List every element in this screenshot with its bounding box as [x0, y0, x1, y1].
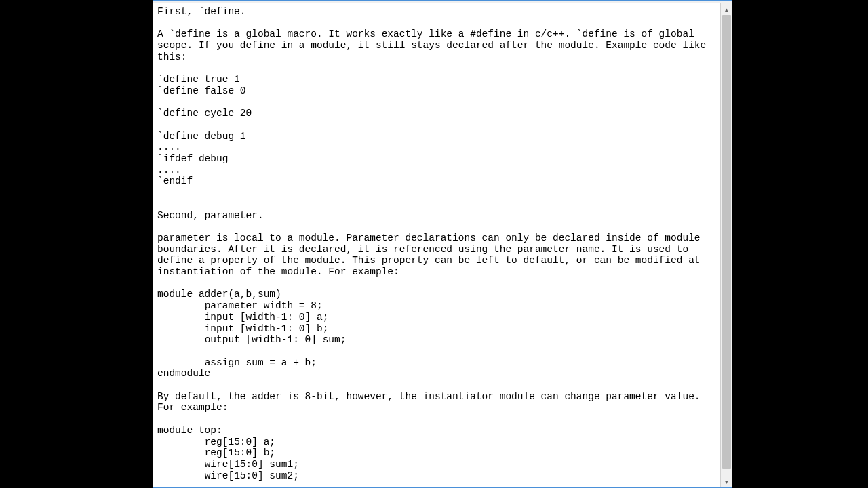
text-line [157, 413, 716, 425]
text-line: parameter width = 8; [157, 300, 716, 312]
text-line [157, 346, 716, 357]
text-line: For example: [157, 402, 716, 413]
scroll-down-button[interactable]: ▾ [721, 476, 732, 487]
text-line: endmodule [157, 368, 716, 380]
text-line [157, 18, 716, 29]
text-line: reg[15:0] b; [157, 447, 716, 459]
text-line: reg[15:0] a; [157, 436, 716, 448]
text-line: `define false 0 [157, 85, 716, 97]
menu-format[interactable]: Format [191, 1, 212, 3]
text-line: wire[15:0] sum1; [157, 459, 716, 470]
text-line [157, 119, 716, 131]
text-line: A `define is a global macro. It works ex… [157, 28, 716, 62]
text-line: `ifdef debug [157, 153, 716, 165]
chevron-down-icon: ▾ [725, 479, 728, 485]
text-line: module adder(a,b,sum) [157, 289, 716, 300]
text-line [157, 97, 716, 108]
text-line: `define cycle 20 [157, 108, 716, 119]
chevron-up-icon: ▴ [725, 6, 728, 13]
text-line: .... [157, 142, 716, 153]
text-line: ... [157, 481, 716, 487]
menu-help[interactable]: Help [239, 1, 253, 3]
text-line: Second, parameter. [157, 210, 716, 222]
text-line: assign sum = a + b; [157, 357, 716, 369]
vertical-scrollbar[interactable]: ▴ ▾ [720, 3, 732, 487]
text-line [157, 199, 716, 210]
menu-file[interactable]: File [156, 1, 167, 3]
text-editor[interactable]: First, `define.A `define is a global mac… [153, 3, 720, 487]
text-line: `endif [157, 176, 716, 187]
text-line: output [width-1: 0] sum; [157, 334, 716, 346]
text-line [157, 278, 716, 289]
text-line [157, 380, 716, 391]
menu-view[interactable]: View [218, 1, 233, 3]
text-line [157, 187, 716, 199]
text-line: `define debug 1 [157, 131, 716, 142]
text-line: input [width-1: 0] b; [157, 323, 716, 335]
text-line: input [width-1: 0] a; [157, 312, 716, 323]
text-line [157, 221, 716, 232]
menu-edit[interactable]: Edit [173, 1, 185, 3]
notepad-window: File Edit Format View Help First, `defin… [153, 0, 732, 488]
text-line: module top: [157, 425, 716, 436]
text-line: .... [157, 165, 716, 176]
scroll-up-button[interactable]: ▴ [721, 3, 732, 15]
text-line [157, 63, 716, 75]
text-line: parameter is local to a module. Paramete… [157, 232, 716, 278]
scroll-thumb[interactable] [722, 15, 731, 469]
text-line: By default, the adder is 8-bit, however,… [157, 391, 716, 403]
text-line: `define true 1 [157, 74, 716, 85]
content-wrap: First, `define.A `define is a global mac… [153, 3, 732, 487]
text-line: wire[15:0] sum2; [157, 470, 716, 482]
text-line: First, `define. [157, 6, 716, 18]
